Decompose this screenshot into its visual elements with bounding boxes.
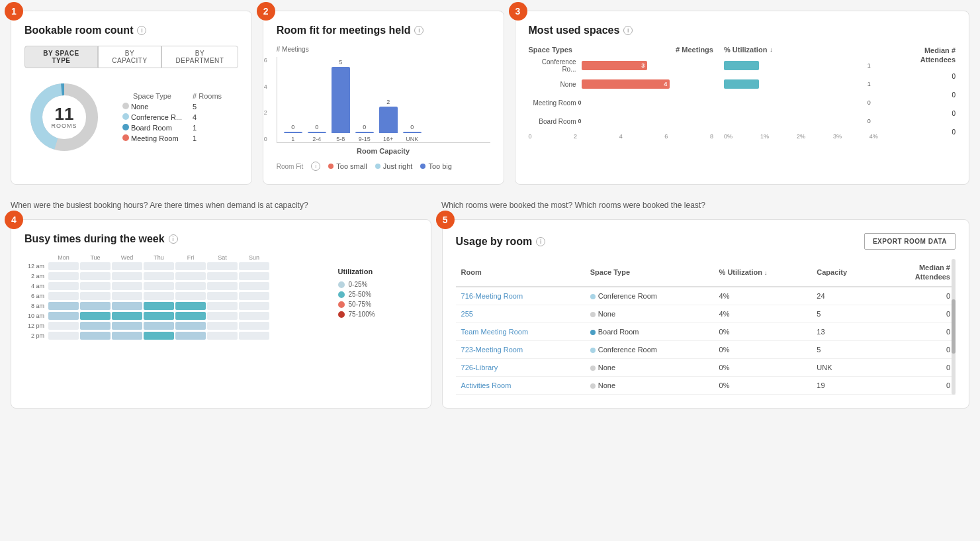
legend-item-0-25: 0-25% bbox=[338, 281, 418, 288]
td-capacity-1: 5 bbox=[811, 305, 879, 322]
td-util-4: 0% bbox=[714, 358, 812, 376]
td-util-2: 0% bbox=[714, 322, 812, 340]
bar-5-8 bbox=[332, 67, 350, 133]
table-row: Activities Room None 0% 19 0 bbox=[456, 376, 956, 394]
dot-75-100 bbox=[338, 311, 345, 318]
card1-tab-group: BY SPACE TYPE BY CAPACITY BY DEPARTMENT bbox=[24, 46, 238, 68]
util-row-none: 1 bbox=[724, 77, 878, 91]
card5-info-icon[interactable]: i bbox=[536, 237, 545, 246]
legend-dot-meetingroom bbox=[122, 134, 129, 141]
th-utilization[interactable]: % Utilization ↓ bbox=[714, 259, 812, 287]
td-util-5: 0% bbox=[714, 376, 812, 394]
tab-by-capacity[interactable]: BY CAPACITY bbox=[98, 46, 161, 68]
bar-1 bbox=[284, 132, 302, 133]
bar-unk bbox=[403, 132, 422, 133]
td-median-4: 0 bbox=[879, 358, 956, 376]
heatmap-row-12pm: 12 pm bbox=[24, 322, 332, 330]
td-space-type-5: None bbox=[585, 376, 714, 394]
tab-by-department[interactable]: BY DEPARTMENT bbox=[161, 46, 238, 68]
legend-dot-none bbox=[122, 103, 129, 109]
dot-50-75 bbox=[338, 301, 345, 308]
room-table-body: 716-Meeting Room Conference Room 4% 24 0… bbox=[456, 287, 956, 395]
table-row: 723-Meeting Room Conference Room 0% 5 0 bbox=[456, 340, 956, 358]
td-median-5: 0 bbox=[879, 376, 956, 394]
section-badge-1: 1 bbox=[5, 2, 23, 21]
td-median-0: 0 bbox=[879, 287, 956, 305]
table-row: Team Meeting Room Board Room 0% 13 0 bbox=[456, 322, 956, 340]
legend-too-small: Too small bbox=[328, 162, 367, 170]
bar-chart-area: 6420 0 1 0 2-4 5 bbox=[277, 57, 490, 171]
space-row-conference: Conference Ro... 3 bbox=[529, 59, 713, 72]
card2-info-icon[interactable]: i bbox=[414, 26, 423, 35]
room-fit-info-icon[interactable]: i bbox=[311, 162, 320, 171]
td-capacity-3: 5 bbox=[811, 340, 879, 358]
legend-item-75-100: 75-100% bbox=[338, 311, 418, 318]
table-row: 726-Library None 0% UNK 0 bbox=[456, 358, 956, 376]
legend-dot-boardroom bbox=[122, 124, 129, 130]
td-util-3: 0% bbox=[714, 340, 812, 358]
util-row-meeting-room: 0 bbox=[724, 96, 878, 109]
most-used-spaces-card: 3 Most used spaces i Space Types # Meeti… bbox=[515, 11, 970, 185]
export-room-data-button[interactable]: EXPORT ROOM DATA bbox=[864, 233, 956, 250]
median-none: 0 bbox=[894, 89, 956, 102]
td-room-2: Team Meeting Room bbox=[456, 322, 585, 340]
bar-board-room-meetings: 0 bbox=[582, 117, 584, 126]
util-row-conference: 1 bbox=[724, 59, 878, 72]
td-room-0: 716-Meeting Room bbox=[456, 287, 585, 305]
card1-title: Bookable room count i bbox=[24, 25, 238, 36]
median-meeting-room: 0 bbox=[894, 107, 956, 121]
utilization-bars-section: % Utilization ↓ 1 bbox=[724, 46, 878, 144]
dot-0-25 bbox=[338, 281, 345, 288]
td-median-3: 0 bbox=[879, 340, 956, 358]
table-row: 255 None 4% 5 0 bbox=[456, 305, 956, 322]
heatmap-row-10am: 10 am bbox=[24, 312, 332, 320]
section-badge-4: 4 bbox=[5, 211, 23, 229]
space-row-none: None 4 bbox=[529, 77, 713, 91]
legend-row-boardroom: Board Room 1 bbox=[117, 123, 227, 133]
card3-info-icon[interactable]: i bbox=[623, 26, 633, 35]
legend-too-big: Too big bbox=[420, 162, 451, 170]
x-axis-title: Room Capacity bbox=[277, 147, 490, 155]
td-space-type-0: Conference Room bbox=[585, 287, 714, 305]
dot-too-big bbox=[420, 164, 425, 169]
scrollbar-thumb[interactable] bbox=[952, 299, 956, 354]
legend-row-none: None 5 bbox=[117, 101, 227, 112]
tab-by-space-type[interactable]: BY SPACE TYPE bbox=[24, 46, 98, 68]
heatmap-row-2pm: 2 pm bbox=[24, 332, 332, 340]
legend-row-conference: Conference R... 4 bbox=[117, 112, 227, 123]
usage-by-room-card: 5 Usage by room i EXPORT ROOM DATA Room … bbox=[442, 219, 969, 409]
util-x-axis: 0%1%2%3%4% bbox=[724, 133, 878, 140]
td-capacity-5: 19 bbox=[811, 376, 879, 394]
heatmap-row-8am: 8 am bbox=[24, 302, 332, 310]
util-bar-conference bbox=[724, 61, 759, 70]
heatmap-row-12am: 12 am bbox=[24, 262, 332, 270]
td-util-0: 4% bbox=[714, 287, 812, 305]
space-row-board-room: Board Room 0 bbox=[529, 115, 713, 128]
sort-arrow: ↓ bbox=[764, 270, 768, 276]
card1-info-icon[interactable]: i bbox=[137, 26, 146, 35]
median-section: Median # Attendees 0 0 0 0 bbox=[889, 46, 956, 144]
td-space-type-1: None bbox=[585, 305, 714, 322]
section-badge-2: 2 bbox=[257, 2, 275, 21]
heatmap-row-4am: 4 am bbox=[24, 282, 332, 290]
td-capacity-0: 24 bbox=[811, 287, 879, 305]
util-row-board-room: 0 bbox=[724, 115, 878, 128]
room-table: Room Space Type % Utilization ↓ Capacity… bbox=[456, 259, 956, 395]
bottom-context-row: When were the busiest booking hours? Are… bbox=[11, 201, 969, 214]
th-space-type: Space Type bbox=[585, 259, 714, 287]
bar-group-9-15: 0 9-15 bbox=[355, 124, 374, 142]
median-board-room: 0 bbox=[894, 126, 956, 139]
donut-area: 11 ROOMS Space Type # Rooms None 5 bbox=[24, 77, 238, 157]
card4-info-icon[interactable]: i bbox=[169, 234, 178, 244]
dot-just-right bbox=[375, 164, 380, 169]
th-capacity: Capacity bbox=[811, 259, 879, 287]
card4-title: Busy times during the week i bbox=[24, 233, 418, 245]
space-row-meeting-room: Meeting Room 0 bbox=[529, 96, 713, 109]
donut-chart: 11 ROOMS bbox=[24, 77, 104, 157]
th-room: Room bbox=[456, 259, 585, 287]
util-bar-none bbox=[724, 79, 759, 89]
td-room-5: Activities Room bbox=[456, 376, 585, 394]
section-badge-3: 3 bbox=[509, 2, 527, 21]
busy-times-card: 4 Busy times during the week i Mon Tue W… bbox=[11, 219, 431, 409]
heatmap-row-6am: 6 am bbox=[24, 292, 332, 300]
